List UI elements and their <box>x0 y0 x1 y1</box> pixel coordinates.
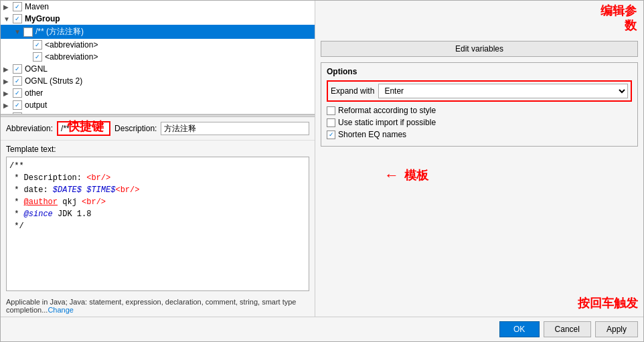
tree-label-other: other <box>25 88 43 98</box>
bottom-bar: OK Cancel Apply <box>1 317 643 341</box>
tree-label-output: output <box>25 100 47 110</box>
abbrev-desc-wrapper: 快捷键 Abbreviation: Description: <box>1 117 315 141</box>
reformat-row: Reformat according to style <box>327 106 632 115</box>
checkbox-abbrev1[interactable] <box>33 40 42 50</box>
shorten-eq-checkbox[interactable] <box>327 131 335 139</box>
expand-icon-output: ▶ <box>3 102 13 109</box>
huiche-annotation: 按回车触发 <box>321 295 638 311</box>
right-panel: Edit variables Options Expand with Enter… <box>315 1 643 317</box>
abbrev-input[interactable] <box>57 121 110 136</box>
tree-area[interactable]: ▶ Maven ▼ MyGroup ▼ /** (方法注释) <box>1 1 315 114</box>
top-panel: ▶ Maven ▼ MyGroup ▼ /** (方法注释) <box>1 1 643 317</box>
tree-item-output[interactable]: ▶ output <box>1 99 315 111</box>
checkbox-abbrev2[interactable] <box>33 52 42 62</box>
expand-with-select[interactable]: Enter Tab Space <box>378 84 628 98</box>
checkbox-output[interactable] <box>13 100 22 110</box>
expand-with-row: Expand with Enter Tab Space <box>327 80 632 102</box>
applicable-change-link[interactable]: Change <box>48 306 74 314</box>
tree-item-method-comment[interactable]: ▼ /** (方法注释) <box>1 25 315 39</box>
tpl-line-2: * Description: <br/> <box>9 172 306 184</box>
tree-label-abbrev1: <abbreviation> <box>45 40 98 50</box>
tree-label-maven: Maven <box>25 2 49 11</box>
ok-button[interactable]: OK <box>499 321 540 337</box>
options-title: Options <box>327 67 632 76</box>
tree-label-ognl-struts: OGNL (Struts 2) <box>25 76 82 86</box>
tree-label-method: /** (方法注释) <box>35 26 84 37</box>
tree-label-ognl: OGNL <box>25 64 48 74</box>
tree-item-maven[interactable]: ▶ Maven <box>1 1 315 13</box>
live-templates-dialog: ▶ Maven ▼ MyGroup ▼ /** (方法注释) <box>0 0 644 342</box>
tree-item-ognl-struts[interactable]: ▶ OGNL (Struts 2) <box>1 75 315 87</box>
options-group: Options Expand with Enter Tab Space Refo <box>321 62 638 147</box>
tree-item-abbrev2[interactable]: <abbreviation> <box>1 51 315 63</box>
cancel-button[interactable]: Cancel <box>544 321 591 337</box>
checkbox-mygroup[interactable] <box>13 14 22 23</box>
static-import-checkbox[interactable] <box>327 118 335 127</box>
tpl-line-4: * @author qkj <br/> <box>9 196 306 208</box>
expand-icon-mygroup: ▼ <box>3 15 13 23</box>
tree-item-mygroup[interactable]: ▼ MyGroup <box>1 13 315 25</box>
checkbox-method[interactable] <box>23 27 33 37</box>
desc-input[interactable] <box>161 122 309 135</box>
expand-icon-ognl: ▶ <box>3 66 13 73</box>
expand-icon-method: ▼ <box>14 28 23 35</box>
tpl-line-1: /** <box>9 160 306 172</box>
template-text[interactable]: /** * Description: <br/> * date: $DATE$ … <box>6 157 309 291</box>
edit-variables-button[interactable]: Edit variables <box>321 41 638 57</box>
tree-label-mygroup: MyGroup <box>25 14 60 23</box>
applicable-row: Applicable in Java; Java: statement, exp… <box>1 295 315 317</box>
reformat-checkbox[interactable] <box>327 106 335 115</box>
template-label: Template text: <box>6 145 309 154</box>
left-panel: ▶ Maven ▼ MyGroup ▼ /** (方法注释) <box>1 1 315 317</box>
checkbox-other[interactable] <box>13 88 22 98</box>
checkbox-maven[interactable] <box>13 2 22 11</box>
expand-icon: ▶ <box>3 3 13 11</box>
right-panel-wrapper: 编辑参 数 Edit variables Options Expand with… <box>315 1 643 317</box>
checkbox-ognl[interactable] <box>13 64 22 74</box>
shorten-eq-row: Shorten EQ names <box>327 130 632 139</box>
checkbox-ognl-struts[interactable] <box>13 76 22 86</box>
static-import-row: Use static import if possible <box>327 118 632 127</box>
tree-item-abbrev1[interactable]: <abbreviation> <box>1 39 315 51</box>
reformat-label: Reformat according to style <box>338 106 436 115</box>
apply-button[interactable]: Apply <box>595 321 638 337</box>
desc-label: Description: <box>114 124 157 133</box>
shorten-eq-label: Shorten EQ names <box>338 130 406 139</box>
expand-icon-other: ▶ <box>3 90 13 97</box>
tree-label-abbrev2: <abbreviation> <box>45 52 98 62</box>
tpl-line-6: */ <box>9 220 306 232</box>
abbrev-label: Abbreviation: <box>6 124 53 133</box>
expand-with-label: Expand with <box>331 86 374 96</box>
tree-item-other[interactable]: ▶ other <box>1 87 315 99</box>
tpl-line-3: * date: $DATE$ $TIME$<br/> <box>9 184 306 196</box>
tree-item-ognl[interactable]: ▶ OGNL <box>1 63 315 75</box>
tpl-line-5: * @since JDK 1.8 <box>9 208 306 220</box>
static-import-label: Use static import if possible <box>338 118 436 127</box>
template-wrapper: Template text: /** * Description: <br/> … <box>1 141 315 295</box>
expand-icon-ognl-struts: ▶ <box>3 78 13 85</box>
